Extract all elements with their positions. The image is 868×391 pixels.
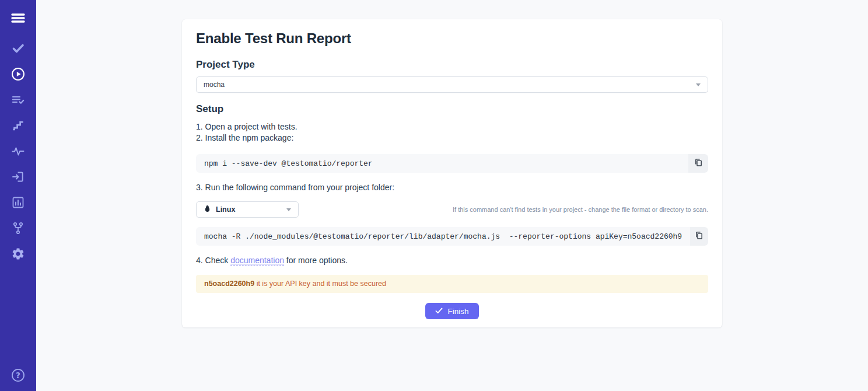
check-icon[interactable] — [10, 41, 26, 56]
setup-step-2: 2. Install the npm package: — [196, 132, 708, 144]
api-key-warning: n5oacd2260h9 it is your API key and it m… — [196, 275, 708, 293]
sign-in-icon[interactable] — [10, 169, 26, 184]
step4-suffix: for more options. — [284, 256, 348, 265]
copy-icon — [694, 158, 704, 169]
chevron-down-icon — [696, 83, 701, 86]
help-icon[interactable]: ? — [10, 368, 26, 383]
stairs-icon[interactable] — [10, 118, 26, 133]
os-row: Linux If this command can't find tests i… — [196, 201, 708, 218]
finish-button-label: Finish — [447, 307, 468, 316]
documentation-link[interactable]: documentation — [230, 256, 284, 266]
api-key-warning-text: it is your API key and it must be secure… — [254, 280, 386, 288]
actions-row: Finish — [196, 303, 708, 319]
copy-install-command-button[interactable] — [688, 154, 708, 173]
os-select[interactable]: Linux — [196, 201, 299, 218]
svg-text:?: ? — [16, 371, 20, 380]
activity-icon[interactable] — [10, 144, 26, 159]
linux-penguin-icon — [204, 204, 211, 215]
setup-step-4: 4. Check documentation for more options. — [196, 255, 708, 266]
setup-step-1: 1. Open a project with tests. — [196, 121, 708, 132]
install-command-block: npm i --save-dev @testomatio/reporter — [196, 154, 708, 173]
branch-icon[interactable] — [10, 221, 26, 236]
project-type-selected-value: mocha — [204, 81, 225, 89]
run-command-text: mocha -R ./node_modules/@testomatio/repo… — [196, 227, 690, 246]
page-title: Enable Test Run Report — [196, 30, 708, 47]
setup-heading: Setup — [196, 103, 708, 115]
project-type-select[interactable]: mocha — [196, 76, 708, 93]
run-command-block: mocha -R ./node_modules/@testomatio/repo… — [196, 227, 708, 246]
finish-button[interactable]: Finish — [425, 303, 478, 319]
project-type-label: Project Type — [196, 59, 708, 71]
main-content: Enable Test Run Report Project Type moch… — [36, 19, 868, 391]
api-key-value: n5oacd2260h9 — [204, 280, 254, 288]
sidebar: ? — [0, 0, 36, 391]
step4-prefix: 4. Check — [196, 256, 230, 265]
setup-card: Enable Test Run Report Project Type moch… — [182, 19, 722, 327]
copy-icon — [694, 231, 704, 242]
menu-icon[interactable] — [10, 11, 26, 26]
setup-step-3: 3. Run the following command from your p… — [196, 182, 708, 193]
check-icon — [435, 307, 443, 316]
install-command-text: npm i --save-dev @testomatio/reporter — [196, 154, 688, 173]
scan-hint-text: If this command can't find tests in your… — [453, 206, 708, 213]
copy-run-command-button[interactable] — [690, 227, 708, 246]
chevron-down-icon — [286, 208, 291, 211]
gear-icon[interactable] — [10, 246, 26, 261]
play-circle-icon[interactable] — [10, 67, 26, 82]
playlist-check-icon[interactable] — [10, 92, 26, 107]
chart-box-icon[interactable] — [10, 195, 26, 210]
os-selected-value: Linux — [216, 205, 235, 214]
